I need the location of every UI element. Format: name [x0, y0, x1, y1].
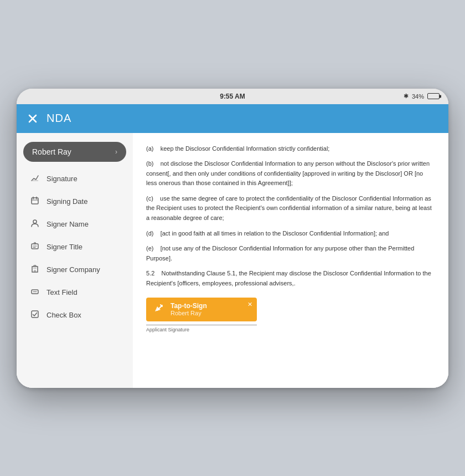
svg-rect-21 [32, 311, 38, 318]
text-field-icon [30, 287, 40, 298]
battery-percent: 34% [412, 93, 424, 100]
doc-label-a: (a) [146, 145, 159, 152]
building-icon [30, 264, 40, 275]
sidebar-label-signature: Signature [46, 175, 78, 183]
doc-label-e: (e) [146, 245, 159, 252]
tap-sign-close-button[interactable]: ✕ [247, 301, 252, 308]
sidebar-user[interactable]: Robert Ray › [23, 142, 126, 162]
person-icon [30, 219, 40, 229]
app-container: NDA Robert Ray › [17, 104, 448, 388]
signature-label: Applicant Signature [146, 327, 435, 332]
sidebar: Robert Ray › Signature [17, 133, 133, 388]
sidebar-item-signer-name[interactable]: Signer Name [23, 214, 126, 234]
signature-line [146, 325, 257, 325]
sidebar-item-check-box[interactable]: Check Box [23, 305, 126, 325]
doc-text-5-2: Notwithstanding Clause 5.1, the Recipien… [146, 270, 431, 286]
doc-para-e: (e) [not use any of the Disclosor Confid… [146, 244, 435, 263]
doc-para-b: (b) not disclose the Disclosor Confident… [146, 159, 435, 188]
sidebar-label-signer-name: Signer Name [46, 220, 89, 228]
doc-para-d: (d) [act in good faith at all times in r… [146, 229, 435, 239]
sidebar-label-signer-title: Signer Title [46, 243, 82, 251]
signature-icon [30, 173, 40, 184]
tap-sign-name: Robert Ray [170, 310, 207, 316]
sidebar-user-name: Robert Ray [32, 147, 71, 156]
sidebar-label-text-field: Text Field [46, 288, 78, 296]
sidebar-label-signer-company: Signer Company [46, 265, 100, 274]
sidebar-item-signer-title[interactable]: Signer Title [23, 237, 126, 257]
svg-rect-3 [32, 198, 38, 204]
sidebar-item-signing-date[interactable]: Signing Date [23, 191, 126, 212]
sidebar-label-signing-date: Signing Date [46, 197, 87, 206]
doc-text-c: use the same degree of care to protect t… [146, 195, 432, 221]
status-time: 9:55 AM [220, 93, 245, 100]
doc-label-d: (d) [146, 230, 159, 237]
pen-icon [153, 302, 165, 317]
doc-para-c: (c) use the same degree of care to prote… [146, 194, 435, 223]
doc-label-5-2: 5.2 [146, 270, 159, 277]
bluetooth-icon: ✱ [404, 93, 409, 100]
doc-label-b: (b) [146, 160, 159, 167]
sidebar-label-check-box: Check Box [46, 311, 81, 319]
doc-text-e: [not use any of the Disclosor Confidenti… [146, 245, 414, 262]
svg-rect-16 [34, 270, 36, 272]
sidebar-item-signer-company[interactable]: Signer Company [23, 259, 126, 280]
battery-icon [427, 93, 440, 99]
close-button[interactable] [28, 114, 38, 124]
checkbox-icon [30, 310, 40, 320]
calendar-icon [30, 196, 40, 207]
tap-to-sign-button[interactable]: Tap-to-Sign Robert Ray ✕ [146, 298, 257, 321]
sidebar-item-text-field[interactable]: Text Field [23, 282, 126, 303]
status-bar: 9:55 AM ✱ 34% [17, 89, 448, 104]
doc-label-c: (c) [146, 195, 158, 202]
doc-text-b: not disclose the Disclosor Confidential … [146, 160, 430, 186]
app-body: Robert Ray › Signature [17, 133, 448, 388]
doc-para-a: (a) keep the Disclosor Confidential Info… [146, 144, 435, 154]
doc-para-5-2: 5.2 Notwithstanding Clause 5.1, the Reci… [146, 269, 435, 288]
chevron-right-icon: › [115, 148, 117, 156]
svg-point-9 [34, 242, 36, 244]
tap-sign-content: Tap-to-Sign Robert Ray [170, 302, 207, 316]
status-right-icons: ✱ 34% [404, 93, 440, 100]
app-header: NDA [17, 104, 448, 133]
doc-text-d: [act in good faith at all times in relat… [161, 230, 389, 237]
tap-to-sign-area: Tap-to-Sign Robert Ray ✕ Applicant Signa… [146, 298, 435, 332]
svg-point-7 [33, 220, 37, 223]
tap-sign-title: Tap-to-Sign [170, 302, 207, 310]
badge-icon [30, 242, 40, 252]
app-title: NDA [46, 112, 71, 125]
document-area: (a) keep the Disclosor Confidential Info… [133, 133, 448, 388]
sidebar-item-signature[interactable]: Signature [23, 168, 126, 189]
tablet-frame: 9:55 AM ✱ 34% NDA [17, 89, 448, 388]
doc-text-a: keep the Disclosor Confidential Informat… [161, 145, 330, 152]
